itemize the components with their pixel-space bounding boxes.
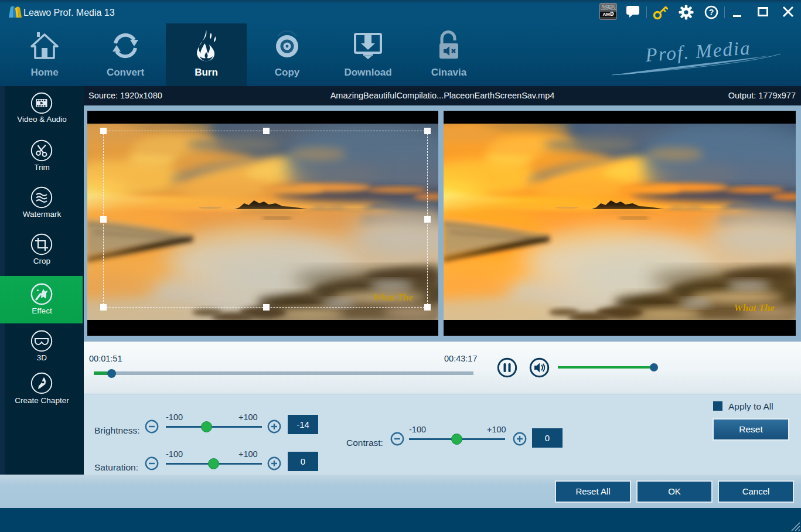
- svg-text:Prof. Media: Prof. Media: [644, 37, 751, 66]
- svg-text:What The: What The: [734, 302, 775, 313]
- svg-text:?: ?: [709, 8, 714, 17]
